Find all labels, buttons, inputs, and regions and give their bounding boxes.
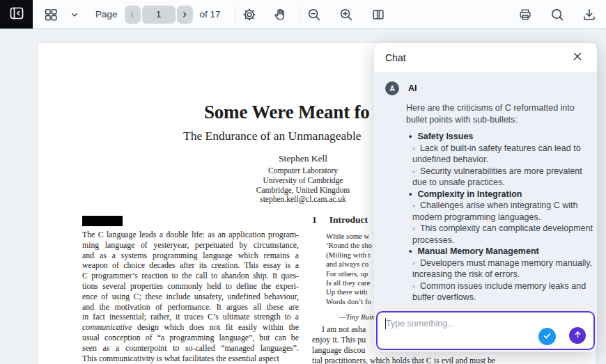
abstract-line: usual conception of “a programming langu…	[82, 333, 299, 343]
author-block: Stephen Kell Computer LaboratoryUniversi…	[243, 153, 363, 205]
check-icon	[543, 331, 552, 343]
zoom-in-button[interactable]	[336, 5, 356, 24]
settings-button[interactable]	[240, 5, 259, 24]
chat-close-button[interactable]	[569, 49, 586, 66]
abstract-line: weapon of choice decades after its creat…	[82, 260, 299, 271]
abstract-line: ming language of yesteryear, perpetuated…	[82, 240, 299, 251]
chevron-down-icon	[69, 9, 80, 20]
paragraph-line: tial practitioners, which holds that C i…	[312, 356, 605, 364]
document-viewport[interactable]: Some Were Meant fo The Endurance of an U…	[0, 29, 606, 364]
printer-icon	[518, 7, 533, 22]
redacted-abstract-heading	[82, 216, 123, 226]
sidebar-collapse-icon	[8, 5, 25, 24]
ai-avatar: A	[385, 81, 399, 95]
chat-input-box	[376, 311, 595, 350]
abstract-line: seen as a counterpoint to so-called “man…	[82, 343, 299, 354]
pan-tool-button[interactable]	[270, 5, 290, 24]
sub-bullet-item: ◦Common issues include memory leaks and …	[406, 280, 593, 303]
download-icon	[582, 7, 597, 22]
toolbar-divider	[235, 6, 235, 24]
search-button[interactable]	[547, 5, 567, 24]
abstract-line: and the motivation of performance. It ar…	[82, 302, 299, 312]
page-input-wrap	[142, 6, 176, 24]
sub-bullet-item: ◦Security vulnerabilities are more preva…	[406, 166, 593, 189]
message-header: A AI	[385, 81, 590, 95]
abstract-line: in fact inessential; rather, it traces C…	[82, 312, 299, 322]
paper-title: Some Were Meant fo	[204, 102, 370, 123]
ai-message: Here are the criticisms of C reformatted…	[406, 102, 593, 303]
abstract-line: The C language leads a double life: as a…	[82, 230, 299, 240]
sidebar-toggle-button[interactable]	[0, 0, 33, 29]
page-number-input[interactable]	[142, 6, 176, 24]
chat-header: Chat	[374, 43, 597, 72]
chat-text-input[interactable]	[378, 312, 593, 349]
text-cursor	[385, 318, 386, 329]
zoom-out-icon	[306, 7, 322, 22]
sub-bullet-item: ◦Lack of built-in safety features can le…	[406, 143, 593, 166]
chat-title: Chat	[385, 52, 406, 63]
zoom-in-icon	[339, 7, 354, 22]
abstract-line: C programmer’s reaction to the call to a…	[82, 271, 299, 281]
sub-bullet-item: ◦Developers must manage memory manually,…	[406, 258, 593, 280]
bullet-list: •Safety Issues◦Lack of built-in safety f…	[406, 131, 593, 303]
thumbnails-button[interactable]	[41, 5, 61, 24]
bullet-item: •Safety Issues	[406, 131, 593, 143]
message-sender: AI	[408, 84, 417, 93]
abstract-line: tions several properties commonly held t…	[82, 281, 299, 292]
hand-icon	[272, 7, 288, 22]
dual-page-view-button[interactable]	[368, 5, 388, 24]
paper-subtitle: The Endurance of an Unmanageable	[183, 129, 362, 143]
left-column: The C language leads a double life: as a…	[82, 216, 299, 363]
section-title: Introduct	[329, 214, 368, 225]
grid-icon	[43, 7, 59, 22]
sub-bullet-item: ◦This complexity can complicate developm…	[406, 223, 593, 246]
abstract-line: This communicativity is what facilitates…	[82, 354, 299, 364]
sub-bullet-item: ◦Challenges arise when integrating C wit…	[406, 200, 593, 223]
chat-messages[interactable]: A AI Here are the criticisms of C reform…	[374, 72, 597, 303]
abstract-text: The C language leads a double life: as a…	[82, 230, 299, 363]
author-affiliation-line: Cambridge, United Kingdom	[243, 186, 363, 196]
author-affiliation-line: stephen.kell@cl.cam.ac.uk	[243, 195, 363, 205]
bullet-item: •Complexity in Integration	[406, 189, 593, 200]
message-intro: Here are the criticisms of C reformatted…	[406, 102, 593, 125]
send-button[interactable]	[569, 327, 586, 344]
arrow-up-icon	[573, 329, 582, 342]
zoom-out-button[interactable]	[304, 5, 324, 24]
close-icon	[571, 50, 584, 65]
author-name: Stephen Kell	[243, 153, 363, 164]
next-page-button[interactable]	[177, 6, 193, 24]
author-affiliation-line: Computer Laboratory	[243, 166, 363, 176]
download-button[interactable]	[580, 5, 599, 24]
page-spread-icon	[371, 7, 386, 22]
section-number: 1	[312, 214, 317, 225]
author-affiliation-line: University of Cambridge	[243, 176, 363, 186]
page-total-label: of 17	[200, 9, 221, 19]
abstract-line: ence of using C; these include unsafety,…	[82, 292, 299, 302]
confirm-button[interactable]	[538, 328, 556, 345]
chat-panel: Chat A AI Here are the criticisms of C r…	[374, 43, 597, 352]
gear-icon	[242, 7, 257, 22]
pdf-toolbar: Page of 17	[0, 0, 606, 29]
previous-page-button[interactable]	[125, 6, 141, 24]
print-button[interactable]	[515, 5, 535, 24]
abstract-line: communicative design which does not fit …	[82, 322, 299, 333]
page-navigation	[125, 6, 193, 24]
search-icon	[550, 7, 565, 22]
view-mode-dropdown[interactable]	[65, 5, 84, 24]
page-label: Page	[95, 9, 118, 19]
bullet-item: •Manual Memory Management	[406, 246, 593, 258]
abstract-line: and as a systems programming language wh…	[82, 251, 299, 261]
author-affiliation: Computer LaboratoryUniversity of Cambrid…	[243, 166, 363, 205]
toolbar-divider	[300, 6, 300, 24]
